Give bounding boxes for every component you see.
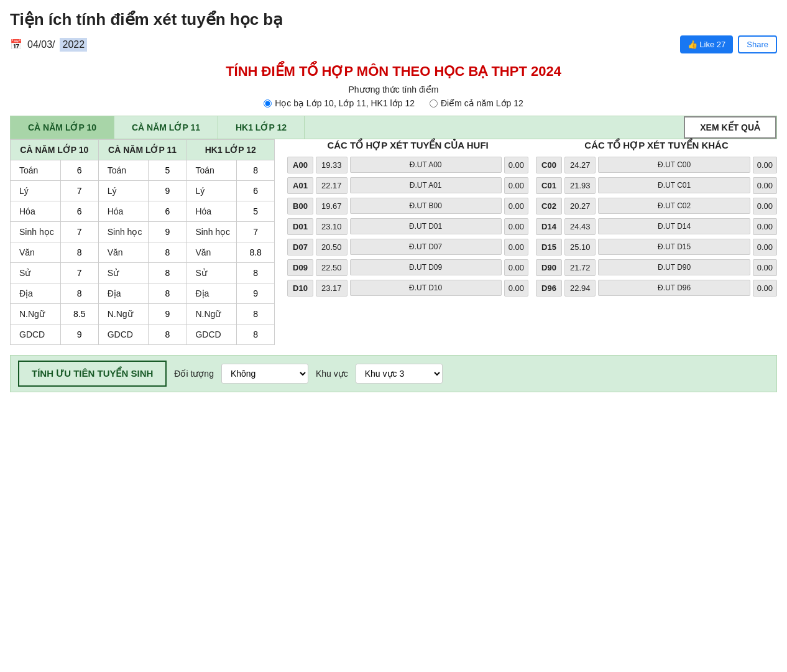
grade-col3[interactable]	[237, 160, 275, 181]
result-score: 21.72	[564, 259, 596, 276]
date-year: 2022	[60, 38, 87, 52]
grade-col3[interactable]	[237, 263, 275, 283]
grade-col1[interactable]	[60, 283, 98, 304]
grade-col2[interactable]	[149, 263, 186, 283]
list-item: A01 22.17 Đ.UT A01 0.00	[287, 177, 528, 194]
khu-vuc-select[interactable]: Khu vực 1Khu vực 2Khu vực 2NTKhu vực 3	[356, 364, 443, 384]
grade-col1[interactable]	[60, 304, 98, 324]
like-button[interactable]: 👍 Like 27	[680, 35, 734, 53]
content-area: CÀ NĂM LỚP 10 CÀ NĂM LỚP 11 HK1 LỚP 12 T…	[10, 139, 777, 345]
radio-input-2[interactable]	[430, 99, 438, 108]
tinh-uu-tien-button[interactable]: TÍNH ƯU TIÊN TUYỂN SINH	[18, 361, 167, 387]
result-score: 22.50	[316, 259, 347, 276]
share-button[interactable]: Share	[738, 35, 777, 53]
grade-col1[interactable]	[60, 324, 98, 345]
table-row: N.Ngữ N.Ngữ N.Ngữ	[11, 304, 275, 324]
grades-table: CÀ NĂM LỚP 10 CÀ NĂM LỚP 11 HK1 LỚP 12 T…	[10, 139, 275, 345]
result-dut: 0.00	[504, 198, 528, 214]
radio-input-1[interactable]	[264, 99, 272, 108]
result-code: D15	[536, 239, 562, 255]
result-label: Đ.UT A00	[350, 157, 502, 173]
result-label: Đ.UT D90	[598, 259, 750, 275]
list-item: D15 25.10 Đ.UT D15 0.00	[536, 239, 777, 255]
result-label: Đ.UT D15	[598, 239, 750, 255]
radio-option-1[interactable]: Học bạ Lớp 10, Lớp 11, HK1 lớp 12	[264, 98, 415, 108]
result-dut: 0.00	[753, 198, 777, 214]
date-box: 📅 04/03/2022	[10, 38, 87, 52]
result-code: C01	[536, 177, 562, 194]
result-label: Đ.UT D07	[350, 239, 502, 255]
subject-name2: GDCD	[98, 324, 149, 345]
result-code: B00	[287, 198, 313, 214]
result-label: Đ.UT C00	[598, 157, 750, 173]
result-score: 19.33	[316, 157, 347, 173]
result-score: 21.93	[564, 177, 596, 194]
grade-col3[interactable]	[237, 242, 275, 263]
table-row: Sinh học Sinh học Sinh học	[11, 222, 275, 242]
khu-vuc-label: Khu vực	[316, 369, 348, 379]
tab-lop11[interactable]: CÀ NĂM LỚP 11	[114, 116, 218, 139]
result-dut: 0.00	[753, 177, 777, 194]
table-row: GDCD GDCD GDCD	[11, 324, 275, 345]
subject-name2: Sử	[98, 263, 149, 283]
tab-lop10[interactable]: CÀ NĂM LỚP 10	[11, 116, 114, 139]
result-code: D10	[287, 280, 313, 297]
xem-ket-qua-button[interactable]: XEM KẾT QUẢ	[684, 116, 776, 139]
result-dut: 0.00	[753, 280, 777, 297]
subject-name2: Lý	[98, 181, 149, 201]
result-label: Đ.UT D96	[598, 280, 750, 296]
result-code: C02	[536, 198, 562, 214]
grade-col3[interactable]	[237, 324, 275, 345]
grade-col2[interactable]	[149, 222, 186, 242]
grades-section: CÀ NĂM LỚP 10 CÀ NĂM LỚP 11 HK1 LỚP 12 T…	[10, 139, 275, 345]
result-code: D96	[536, 280, 562, 297]
col3-header: HK1 LỚP 12	[186, 140, 275, 160]
grade-col2[interactable]	[149, 242, 186, 263]
grade-col1[interactable]	[60, 222, 98, 242]
result-score: 19.67	[316, 198, 347, 214]
result-code: D01	[287, 218, 313, 235]
subject-name2: Hóa	[98, 201, 149, 222]
result-dut: 0.00	[504, 280, 528, 297]
grade-col3[interactable]	[237, 181, 275, 201]
results-area: CÁC TỔ HỢP XÉT TUYỂN CỦA HUFI A00 19.33 …	[287, 139, 777, 345]
grade-col2[interactable]	[149, 201, 186, 222]
doi-tuong-select[interactable]: KhôngUT1UT2	[221, 364, 308, 384]
subject-name2: N.Ngữ	[98, 304, 149, 324]
subject-name3: Địa	[186, 283, 237, 304]
grade-col3[interactable]	[237, 222, 275, 242]
subject-name: Sử	[11, 263, 61, 283]
result-label: Đ.UT D01	[350, 218, 502, 234]
date-text: 04/03/	[27, 39, 55, 50]
tab-hk1lop12[interactable]: HK1 LỚP 12	[218, 116, 305, 139]
grade-col2[interactable]	[149, 304, 186, 324]
result-dut: 0.00	[753, 239, 777, 255]
hufi-title: CÁC TỔ HỢP XÉT TUYỂN CỦA HUFI	[287, 139, 528, 152]
radio-option-2[interactable]: Điểm cả năm Lớp 12	[430, 98, 523, 108]
result-label: Đ.UT C02	[598, 198, 750, 214]
grade-col1[interactable]	[60, 160, 98, 181]
result-code: A00	[287, 157, 313, 173]
subject-name2: Sinh học	[98, 222, 149, 242]
grade-col2[interactable]	[149, 181, 186, 201]
result-code: D90	[536, 259, 562, 276]
grade-col2[interactable]	[149, 160, 186, 181]
grade-col1[interactable]	[60, 201, 98, 222]
hufi-col: CÁC TỔ HỢP XÉT TUYỂN CỦA HUFI A00 19.33 …	[287, 139, 528, 300]
subject-name3: Văn	[186, 242, 237, 263]
grade-col1[interactable]	[60, 263, 98, 283]
subject-name3: Sử	[186, 263, 237, 283]
result-dut: 0.00	[504, 218, 528, 235]
result-dut: 0.00	[504, 239, 528, 255]
grade-col2[interactable]	[149, 324, 186, 345]
grade-col2[interactable]	[149, 283, 186, 304]
grade-col1[interactable]	[60, 181, 98, 201]
result-score: 22.17	[316, 177, 347, 194]
grade-col1[interactable]	[60, 242, 98, 263]
result-score: 23.17	[316, 280, 347, 297]
grade-col3[interactable]	[237, 201, 275, 222]
subject-name: Lý	[11, 181, 61, 201]
result-code: C00	[536, 157, 562, 173]
grade-col3[interactable]	[237, 283, 275, 304]
grade-col3[interactable]	[237, 304, 275, 324]
